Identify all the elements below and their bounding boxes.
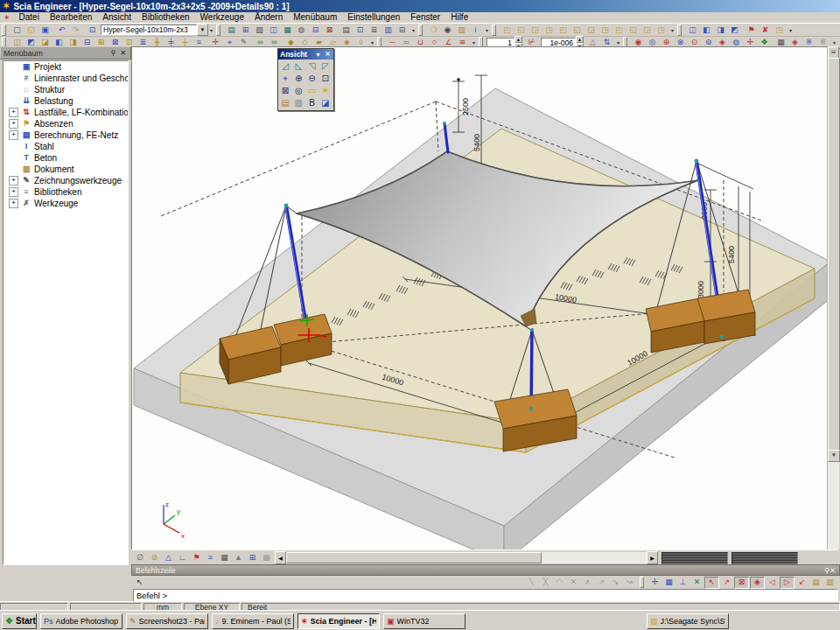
tree-item[interactable]: ≡ Bibliotheken [4, 186, 128, 198]
tree-item[interactable]: ✗ Werkzeuge [4, 198, 128, 209]
snap-icon[interactable]: ✛ [648, 578, 662, 588]
menu-item[interactable]: Werkzeuge [195, 12, 249, 23]
view-tool-icon[interactable]: ◺ [292, 60, 304, 73]
view-setting-icon[interactable]: ▲ [232, 552, 245, 564]
taskbar-button[interactable]: ▣ WinTV32 [383, 613, 466, 629]
tree-item[interactable]: ▣ Projekt [4, 61, 128, 73]
tree-item[interactable]: ▥ Dokument [4, 164, 128, 175]
toolbar-grip[interactable] [418, 24, 423, 36]
toolbar-icon[interactable]: ◧ [700, 24, 713, 35]
toolbar-icon[interactable]: ⊞ [239, 24, 252, 35]
draw-tool-icon[interactable]: ∧ [581, 578, 594, 588]
view-tool-icon[interactable]: ⌖ [279, 73, 291, 85]
menu-item[interactable]: Bearbeiten [45, 12, 97, 23]
ansicht-palette[interactable]: Ansicht ▼ ✕ ◿◺◹◸⌖⊕⊖⊡⊠◎▭☀▤▥B◪ [277, 48, 334, 111]
toolbar-grip[interactable] [492, 24, 496, 36]
toolbar-icon[interactable]: ↷ [69, 24, 82, 35]
toolbar-icon[interactable]: ◉ [441, 24, 454, 35]
window-titlebar[interactable]: ✶ Scia Engineer - [Hyper-Segel-10x10m-2x… [0, 0, 840, 12]
draw-tool-icon[interactable]: ╳ [539, 578, 552, 588]
toolbar-icon[interactable]: ⊡ [354, 24, 367, 35]
tree-item[interactable]: # Linienraster und Geschosse [4, 73, 128, 84]
toolbar-icon[interactable]: ◰ [612, 24, 626, 35]
toolbar-icon[interactable]: ⚑ [745, 24, 758, 35]
dim-label-back-upper[interactable]: 2500 [461, 98, 470, 116]
toolbar-grip[interactable] [677, 24, 682, 36]
tree-item[interactable]: ⚑ Absenzen [4, 118, 128, 130]
toolbar-overflow-icon[interactable]: ▾ [615, 39, 621, 46]
snap-icon[interactable]: ↖ [704, 577, 719, 589]
view-tool-icon[interactable]: ◸ [319, 60, 332, 73]
model-scene[interactable]: 10000 10000 10000 2500 5400 [132, 47, 828, 550]
taskbar-button[interactable]: ♪ 9. Eminem - Paul (Skit) - ... [212, 613, 294, 629]
view-setting-icon[interactable]: ∟ [176, 552, 189, 564]
toolbar-overflow-icon[interactable]: ▾ [471, 39, 477, 46]
toolbar-icon[interactable]: ◳ [654, 24, 668, 35]
view-setting-icon[interactable]: ⚑ [190, 552, 203, 564]
toolbar-icon[interactable]: ▥ [382, 24, 395, 35]
toolbar-icon[interactable]: ▤ [340, 24, 353, 35]
toolbar-icon[interactable]: ◰ [556, 24, 570, 35]
view-tool-icon[interactable]: ☀ [319, 85, 332, 97]
expand-plus-icon[interactable] [9, 199, 18, 208]
snap-icon[interactable]: ◁ [766, 578, 779, 588]
document-icon[interactable]: ✶ [4, 13, 10, 22]
tree-item[interactable]: ✎ Zeichnungswerkzeuge [4, 175, 128, 186]
view-tool-icon[interactable]: ◎ [292, 85, 304, 97]
toolbar-overflow-icon[interactable]: ▾ [831, 39, 837, 46]
view-setting-icon[interactable]: ▦ [218, 552, 231, 564]
viewport-3d[interactable]: 10000 10000 10000 2500 5400 [131, 46, 828, 550]
toolbar-icon[interactable]: ◲ [528, 24, 542, 35]
toolbar-icon[interactable]: ▢ [10, 24, 24, 35]
view-tool-icon[interactable]: ▥ [292, 97, 304, 109]
scroll-right-icon[interactable]: ▶ [647, 551, 658, 564]
toolbar-icon[interactable]: ◲ [584, 24, 598, 35]
toolbar-icon[interactable]: ≣ [368, 24, 381, 35]
toolbar-overflow-icon[interactable]: ▾ [369, 39, 375, 46]
view-tool-icon[interactable]: B [306, 97, 318, 109]
snap-icon[interactable]: ⊠ [734, 577, 749, 589]
draw-tool-icon[interactable]: ╲ [525, 578, 538, 588]
view-setting-icon[interactable]: △ [162, 552, 175, 564]
snap-icon[interactable]: ⊥ [676, 578, 690, 588]
view-setting-icon[interactable]: ≡ [204, 552, 217, 564]
taskbar-button[interactable]: ✎ Screenshot23 - Paint [126, 613, 208, 629]
toolbar-grip[interactable] [2, 24, 6, 36]
toolbar-icon[interactable]: ◳ [773, 24, 786, 35]
snap-icon[interactable]: ↗ [720, 578, 733, 588]
toolbar-overflow-icon[interactable]: ▾ [788, 27, 794, 33]
menu-item[interactable]: Ändern [249, 12, 288, 23]
start-button[interactable]: ❖ Start [2, 613, 37, 629]
view-tool-icon[interactable]: ◪ [319, 97, 332, 109]
snap-icon[interactable]: ◈ [750, 577, 765, 589]
toolbar-icon[interactable]: ▦ [281, 24, 294, 35]
toolbar-icon[interactable]: ◲ [640, 24, 654, 35]
view-setting-icon[interactable]: ⊘ [148, 552, 161, 564]
dim-label-right-lower[interactable]: 3000 [696, 281, 705, 298]
toolbar-icon[interactable]: ◱ [626, 24, 640, 35]
menu-item[interactable]: Menübaum [288, 12, 342, 23]
view-tool-icon[interactable]: ⊕ [292, 73, 304, 85]
view-tool-icon[interactable]: ▤ [279, 97, 291, 109]
toolbar-overflow-icon[interactable]: ▾ [484, 27, 490, 33]
toolbar-icon[interactable]: ◩ [728, 24, 741, 35]
expand-plus-icon[interactable] [9, 119, 18, 129]
view-setting-icon[interactable]: ⊞ [246, 552, 259, 564]
close-icon[interactable]: ✕ [118, 49, 128, 57]
snap-icon[interactable]: ▥ [823, 578, 836, 588]
toolbar-icon[interactable]: ◳ [598, 24, 612, 35]
toolbar-icon[interactable]: ◫ [686, 24, 699, 35]
draw-tool-icon[interactable]: ✕ [567, 578, 580, 588]
draw-tool-icon[interactable]: ↝ [623, 578, 636, 588]
toolbar-overflow-icon[interactable]: ▾ [669, 27, 676, 33]
menu-item[interactable]: Ansicht [97, 12, 136, 23]
draw-tool-icon[interactable]: ↘ [609, 578, 622, 588]
snap-icon[interactable]: ▦ [662, 578, 676, 588]
expand-plus-icon[interactable] [9, 187, 18, 197]
draw-tool-icon[interactable]: ↗ [595, 578, 608, 588]
view-setting-icon[interactable]: ∅ [134, 552, 147, 564]
tree-item[interactable]: I Stahl [4, 141, 128, 152]
hscroll-thumb[interactable] [286, 552, 542, 564]
menubaum-panel-header[interactable]: Menübaum ⚲ ✕ [0, 46, 131, 60]
toolbar-grip[interactable] [216, 24, 220, 36]
